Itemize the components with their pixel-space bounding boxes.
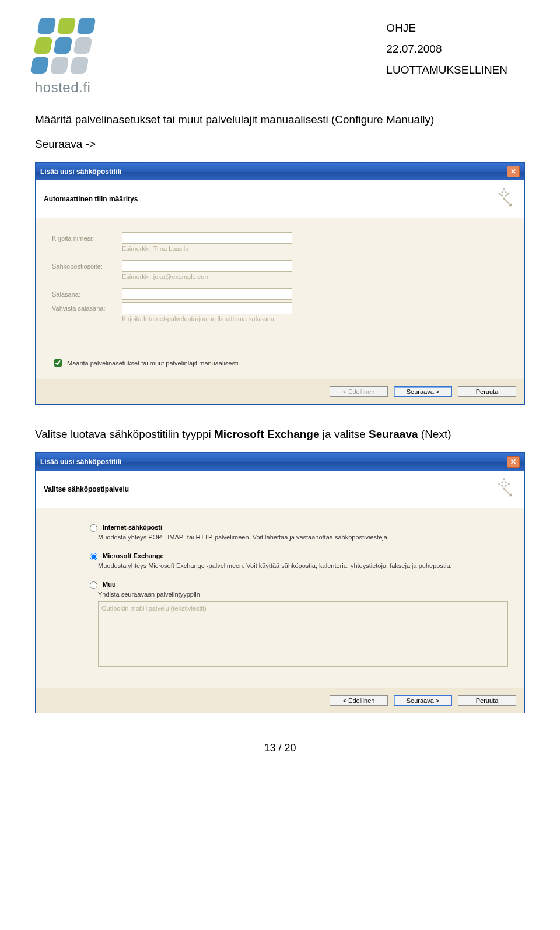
- cancel-button[interactable]: Peruuta: [458, 386, 516, 397]
- cursor-star-icon: [492, 186, 516, 212]
- desc-exchange: Muodosta yhteys Microsoft Exchange -palv…: [98, 562, 508, 569]
- dialog-add-account-auto: Lisää uusi sähköpostitili ✕ Automaattine…: [35, 162, 525, 405]
- cursor-star-icon: [492, 476, 516, 502]
- dialog-header-2: Valitse sähköpostipalvelu: [36, 471, 524, 508]
- next-button[interactable]: Seuraava >: [394, 386, 452, 397]
- cancel-button[interactable]: Peruuta: [458, 695, 516, 706]
- hint-password: Kirjoita Internet-palveluntarjoajan ilmo…: [122, 315, 508, 322]
- desc-other: Yhdistä seuraavaan palvelintyyppiin.: [98, 591, 508, 598]
- label-email: Sähköpostiosoite:: [52, 263, 122, 270]
- instruction-1: Määritä palvelinasetukset tai muut palve…: [35, 113, 525, 126]
- dialog-content-2: Internet-sähköposti Muodosta yhteys POP-…: [36, 508, 524, 688]
- manual-config-checkbox-row: Määritä palvelinasetukset tai muut palve…: [52, 357, 508, 368]
- doc-type: OHJE: [386, 18, 508, 39]
- dialog-titlebar: Lisää uusi sähköpostitili ✕: [36, 163, 524, 180]
- dialog-buttons-2: < Edellinen Seuraava > Peruuta: [36, 688, 524, 713]
- other-service-list[interactable]: Outlookin mobiilipalvelu (tekstiviestit): [98, 601, 508, 667]
- option-exchange: Microsoft Exchange Muodosta yhteys Micro…: [87, 551, 508, 569]
- option-other: Muu Yhdistä seuraavaan palvelintyyppiin.…: [87, 580, 508, 667]
- dialog-choose-service: Lisää uusi sähköpostitili ✕ Valitse sähk…: [35, 452, 525, 713]
- logo-icon: [30, 18, 99, 74]
- doc-classification: LUOTTAMUKSELLINEN: [386, 60, 508, 81]
- password-confirm-field[interactable]: [122, 302, 292, 314]
- back-button[interactable]: < Edellinen: [330, 386, 388, 397]
- page-number: 13 / 20: [35, 742, 525, 754]
- logo: hosted.fi: [35, 18, 93, 96]
- name-field[interactable]: [122, 232, 292, 244]
- close-icon[interactable]: ✕: [507, 456, 520, 468]
- label-internet-mail: Internet-sähköposti: [103, 524, 162, 531]
- label-password-confirm: Vahvista salasana:: [52, 305, 122, 312]
- email-field[interactable]: [122, 260, 292, 272]
- dialog-title-2: Lisää uusi sähköpostitili: [40, 458, 121, 466]
- hint-email: Esimerkki: joku@example.com: [122, 273, 508, 280]
- dialog-titlebar-2: Lisää uusi sähköpostitili ✕: [36, 453, 524, 471]
- instruction-3: Valitse luotava sähköpostitilin tyyppi M…: [35, 428, 525, 441]
- header-row: hosted.fi OHJE 22.07.2008 LUOTTAMUKSELLI…: [35, 18, 525, 96]
- dialog-buttons: < Edellinen Seuraava > Peruuta: [36, 379, 524, 404]
- label-other: Muu: [103, 581, 116, 588]
- manual-config-checkbox[interactable]: [54, 359, 62, 367]
- radio-other[interactable]: [90, 581, 97, 589]
- password-field[interactable]: [122, 288, 292, 300]
- manual-config-label: Määritä palvelinasetukset tai muut palve…: [67, 360, 238, 367]
- label-name: Kirjoita nimesi:: [52, 235, 122, 242]
- close-icon[interactable]: ✕: [507, 166, 520, 177]
- dialog-header-title-2: Valitse sähköpostipalvelu: [44, 485, 129, 493]
- radio-exchange[interactable]: [90, 553, 97, 560]
- dialog-title: Lisää uusi sähköpostitili: [40, 168, 121, 176]
- radio-internet-mail[interactable]: [90, 524, 97, 532]
- doc-date: 22.07.2008: [386, 39, 508, 60]
- page: hosted.fi OHJE 22.07.2008 LUOTTAMUKSELLI…: [0, 0, 560, 772]
- dialog-header: Automaattinen tilin määritys: [36, 180, 524, 218]
- dialog-header-title: Automaattinen tilin määritys: [44, 195, 138, 203]
- hint-name: Esimerkki: Tiina Lassila: [122, 245, 508, 252]
- dialog-content: Kirjoita nimesi: Esimerkki: Tiina Lassil…: [36, 218, 524, 379]
- option-internet-mail: Internet-sähköposti Muodosta yhteys POP-…: [87, 523, 508, 541]
- next-button[interactable]: Seuraava >: [394, 695, 452, 706]
- label-exchange: Microsoft Exchange: [103, 552, 164, 559]
- footer-divider: [35, 737, 525, 737]
- back-button[interactable]: < Edellinen: [330, 695, 388, 706]
- logo-text: hosted.fi: [35, 79, 93, 96]
- header-meta: OHJE 22.07.2008 LUOTTAMUKSELLINEN: [386, 18, 525, 81]
- label-password: Salasana:: [52, 291, 122, 298]
- instruction-2: Seuraava ->: [35, 138, 525, 151]
- desc-internet-mail: Muodosta yhteys POP-, IMAP- tai HTTP-pal…: [98, 534, 508, 541]
